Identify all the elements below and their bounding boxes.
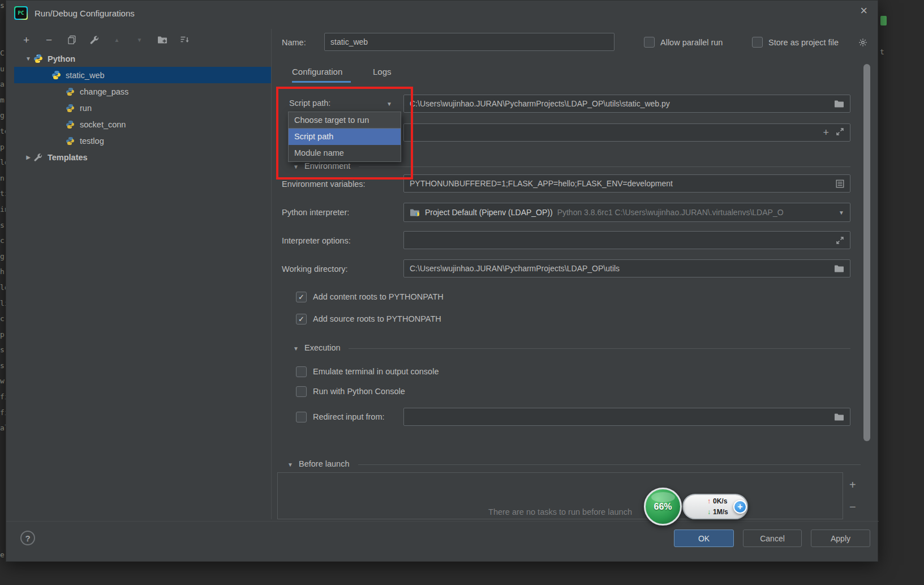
chevron-down-icon[interactable]: ▼	[386, 101, 392, 107]
download-speed: 1M/s	[713, 508, 728, 516]
tree-node-label: static_web	[66, 71, 105, 80]
name-input[interactable]: static_web	[324, 33, 614, 51]
tree-node-run[interactable]: run	[14, 100, 271, 116]
tree-node-label: Templates	[48, 153, 88, 162]
redirect-input-file-input[interactable]	[403, 408, 850, 426]
cancel-button[interactable]: Cancel	[743, 530, 802, 547]
close-icon[interactable]: ×	[860, 5, 867, 17]
overlay-plus-button[interactable]: +	[733, 500, 747, 514]
remove-configuration-button[interactable]: −	[44, 35, 54, 45]
apply-button[interactable]: Apply	[811, 530, 870, 547]
tree-node-testlog[interactable]: testlog	[14, 133, 271, 149]
panel-divider	[271, 29, 272, 519]
tab-configuration[interactable]: Configuration	[292, 67, 342, 76]
gear-icon[interactable]	[858, 38, 867, 49]
section-divider	[358, 464, 861, 465]
redirect-input-checkbox[interactable]	[296, 412, 307, 422]
add-content-roots-checkbox[interactable]: ✓	[296, 292, 307, 302]
add-source-roots-checkbox[interactable]: ✓	[296, 314, 307, 324]
configurations-tree: ▼ Python static_web change_pass	[14, 50, 271, 165]
execution-section-title: Execution	[304, 343, 341, 352]
help-button[interactable]: ?	[20, 531, 35, 545]
emulate-terminal-label: Emulate terminal in output console	[313, 367, 439, 376]
expand-field-icon[interactable]	[836, 236, 844, 245]
python-interpreter-select[interactable]: Project Default (Pipenv (LDAP_OP)) Pytho…	[403, 203, 850, 222]
browse-folder-icon[interactable]	[834, 100, 844, 108]
new-folder-button[interactable]	[157, 35, 167, 45]
tree-node-label: Python	[48, 54, 75, 63]
editor-text-fragment: t	[880, 48, 884, 56]
background-editor-left-strip: s C u a m g te p lo n ti in s c g h lo l…	[0, 0, 6, 585]
add-task-button[interactable]: +	[849, 479, 856, 490]
check-icon: ✓	[298, 315, 304, 323]
browse-folder-icon[interactable]	[834, 264, 844, 273]
footer-divider	[6, 521, 879, 522]
redirect-input-label: Redirect input from:	[313, 412, 385, 421]
interpreter-name: Project Default (Pipenv (LDAP_OP))	[425, 208, 553, 217]
store-as-project-file-checkbox[interactable]	[752, 37, 763, 48]
no-tasks-message: There are no tasks to run before launch	[277, 507, 843, 516]
interpreter-folder-icon	[410, 208, 420, 217]
chevron-down-icon[interactable]: ▼	[839, 210, 844, 216]
python-icon	[66, 119, 75, 129]
editor-gutter-mark	[880, 16, 887, 25]
move-down-button[interactable]: ▼	[134, 35, 145, 45]
tree-node-label: socket_conn	[80, 120, 126, 129]
gloss-highlight	[651, 492, 675, 502]
python-icon	[66, 87, 75, 96]
move-up-button[interactable]: ▲	[111, 35, 122, 45]
upload-arrow-icon: ↑	[707, 497, 711, 505]
macros-plus-icon[interactable]: +	[823, 127, 829, 138]
working-directory-input[interactable]: C:\Users\wujinhao.JURAN\PycharmProjects\…	[403, 259, 850, 277]
pycharm-logo-text: PC	[15, 7, 27, 19]
environment-variables-input[interactable]: PYTHONUNBUFFERED=1;FLASK_APP=hello;FLASK…	[403, 174, 850, 193]
wrench-icon	[33, 152, 43, 162]
script-path-label[interactable]: Script path:	[289, 99, 330, 108]
run-with-python-console-checkbox[interactable]	[296, 386, 307, 397]
python-icon	[66, 136, 75, 146]
interpreter-options-input[interactable]	[403, 231, 850, 249]
allow-parallel-run-checkbox[interactable]	[644, 37, 655, 48]
active-tab-underline	[292, 81, 351, 83]
parameters-input[interactable]: +	[403, 123, 850, 142]
dropdown-header: Choose target to run	[289, 112, 401, 129]
chevron-down-icon[interactable]: ▼	[23, 55, 33, 62]
working-directory-value: C:\Users\wujinhao.JURAN\PycharmProjects\…	[410, 264, 834, 273]
environment-variables-value: PYTHONUNBUFFERED=1;FLASK_APP=hello;FLASK…	[410, 179, 836, 188]
dialog-titlebar: PC Run/Debug Configurations	[6, 1, 878, 25]
python-interpreter-label: Python interpreter:	[282, 208, 349, 217]
tree-node-socket-conn[interactable]: socket_conn	[14, 116, 271, 133]
check-icon: ✓	[298, 293, 304, 301]
edit-templates-wrench-button[interactable]	[89, 35, 100, 45]
python-icon	[66, 103, 75, 113]
expand-field-icon[interactable]	[836, 127, 844, 138]
remove-task-button[interactable]: −	[849, 501, 856, 513]
env-vars-browse-icon[interactable]	[836, 180, 844, 188]
run-with-python-console-label: Run with Python Console	[313, 387, 405, 396]
tree-node-label: testlog	[80, 136, 104, 146]
add-configuration-button[interactable]: +	[21, 35, 32, 45]
collapse-icon[interactable]: ▼	[287, 462, 293, 468]
collapse-icon[interactable]: ▼	[293, 345, 299, 352]
name-label: Name:	[282, 38, 306, 47]
upload-speed: 0K/s	[713, 497, 727, 505]
tree-node-static-web[interactable]: static_web	[14, 67, 271, 83]
dropdown-option-script-path[interactable]: Script path	[289, 129, 401, 145]
chevron-right-icon[interactable]: ▶	[23, 154, 33, 160]
ok-button[interactable]: OK	[674, 530, 734, 547]
sort-configurations-button[interactable]	[179, 35, 190, 45]
dropdown-option-module-name[interactable]: Module name	[289, 145, 401, 161]
before-launch-section-title: Before launch	[299, 459, 349, 468]
battery-percent-bubble[interactable]: 66%	[644, 488, 682, 526]
tree-node-templates[interactable]: ▶ Templates	[14, 149, 271, 165]
emulate-terminal-checkbox[interactable]	[296, 366, 307, 377]
tree-node-change-pass[interactable]: change_pass	[14, 83, 271, 100]
copy-configuration-button[interactable]	[66, 35, 77, 45]
tree-node-python[interactable]: ▼ Python	[14, 50, 271, 67]
script-path-input[interactable]: C:\Users\wujinhao.JURAN\PycharmProjects\…	[403, 95, 850, 113]
vertical-scrollbar[interactable]	[863, 64, 870, 441]
interpreter-options-label: Interpreter options:	[282, 236, 351, 245]
tab-logs[interactable]: Logs	[373, 67, 392, 76]
collapse-icon[interactable]: ▼	[293, 164, 299, 170]
browse-folder-icon[interactable]	[834, 413, 844, 421]
